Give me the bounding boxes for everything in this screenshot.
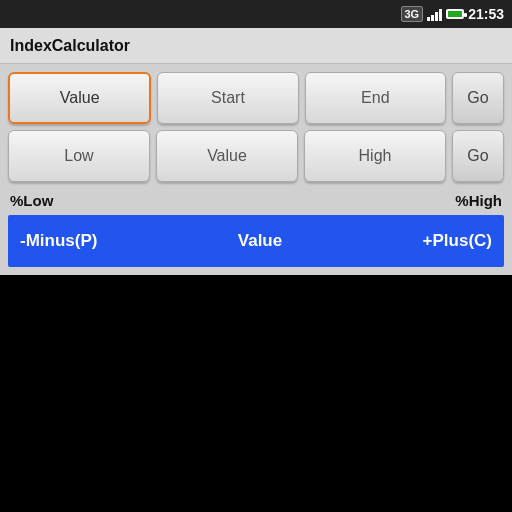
go-button-2[interactable]: Go [452,130,504,182]
go-button-1[interactable]: Go [452,72,504,124]
plus-label: +Plus(C) [423,231,492,251]
end-button[interactable]: End [305,72,446,124]
value-button[interactable]: Value [8,72,151,124]
low-button[interactable]: Low [8,130,150,182]
battery-icon [446,9,464,19]
status-icons: 3G 21:53 [401,6,505,22]
high-button[interactable]: High [304,130,446,182]
status-time: 21:53 [468,6,504,22]
button-row-1: Value Start End Go [8,72,504,124]
status-bar: 3G 21:53 [0,0,512,28]
result-value-label: Value [238,231,282,251]
start-button[interactable]: Start [157,72,298,124]
app-content: Value Start End Go Low Value High Go %Lo… [0,64,512,275]
network-type-icon: 3G [401,6,424,22]
percent-row: %Low %High [8,188,504,213]
title-bar: IndexCalculator [0,28,512,64]
value-button-2[interactable]: Value [156,130,298,182]
percent-high-label: %High [455,192,502,209]
signal-bars-icon [427,7,442,21]
percent-low-label: %Low [10,192,53,209]
minus-label: -Minus(P) [20,231,97,251]
bottom-area [0,275,512,511]
result-row: -Minus(P) Value +Plus(C) [8,215,504,267]
button-row-2: Low Value High Go [8,130,504,182]
app-title: IndexCalculator [10,37,130,55]
